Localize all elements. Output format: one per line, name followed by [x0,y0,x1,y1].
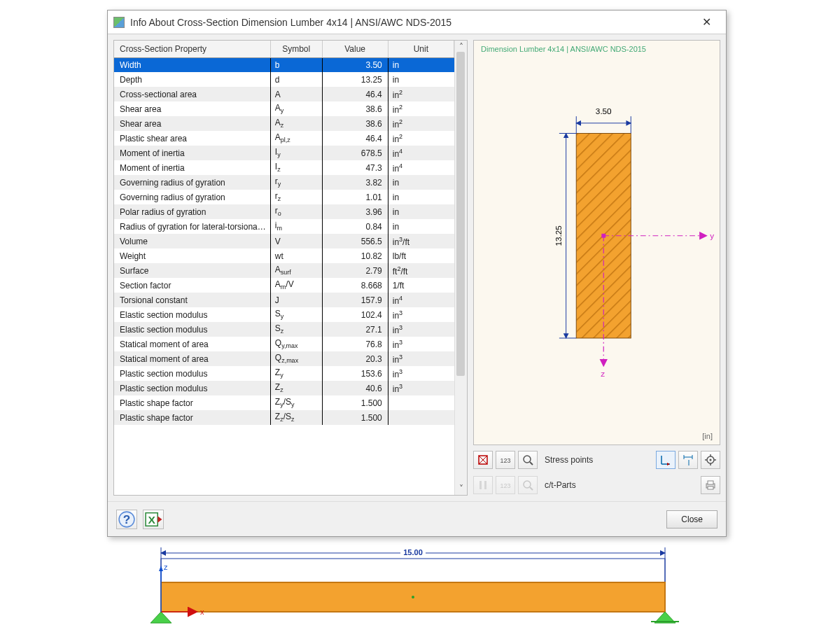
dimensions-toggle-button[interactable] [678,451,698,469]
print-preview-button[interactable] [701,476,720,494]
ct-parts-show-button [473,476,493,494]
properties-table[interactable]: Cross-Section Property Symbol Value Unit… [114,41,454,425]
symbol-cell: Az [270,116,322,131]
property-cell: Moment of inertia [114,160,270,175]
unit-cell: in4 [388,293,454,307]
unit-cell: in4 [388,146,454,160]
unit-cell [388,396,454,410]
table-row[interactable]: Plastic shape factorZz/Sz1.500 [114,410,454,425]
close-icon[interactable]: ✕ [692,13,720,32]
svg-line-17 [530,462,533,465]
symbol-cell: Iz [270,160,322,175]
table-row[interactable]: Section factorAm/V8.6681/ft [114,278,454,293]
table-row[interactable]: Statical moment of areaQz,max20.3in3 [114,351,454,366]
property-cell: Shear area [114,116,270,131]
stress-points-details-button[interactable] [518,451,538,469]
table-row[interactable]: Plastic section modulusZz40.6in3 [114,381,454,396]
close-button[interactable]: Close [666,510,718,528]
table-row[interactable]: Plastic shape factorZy/Sy1.500 [114,396,454,410]
property-cell: Governing radius of gyration [114,190,270,204]
header-value[interactable]: Value [322,41,388,57]
properties-scrollbar[interactable]: ˄ ˅ [454,41,467,495]
symbol-cell: Zy [270,366,322,381]
symbol-cell: Qz,max [270,351,322,366]
svg-point-16 [524,456,531,463]
stress-points-show-button[interactable] [473,451,493,469]
table-row[interactable]: Moment of inertiaIy678.5in4 [114,146,454,160]
property-cell: Polar radius of gyration [114,204,270,219]
svg-point-56 [412,596,414,598]
export-excel-button[interactable]: X [143,510,164,529]
header-symbol[interactable]: Symbol [270,41,322,57]
beam-x-axis: x [200,608,204,616]
header-property[interactable]: Cross-Section Property [114,41,270,57]
preview-settings-button[interactable] [701,451,720,469]
unit-cell: ft2/ft [388,263,454,278]
svg-line-35 [530,487,533,490]
help-button[interactable]: ? [116,510,137,529]
table-row[interactable]: Cross-sectional areaA46.4in2 [114,87,454,102]
svg-marker-20 [667,463,670,465]
axes-xy-button[interactable] [656,451,676,469]
property-cell: Volume [114,234,270,248]
table-row[interactable]: Shear areaAz38.6in2 [114,116,454,131]
value-cell: 678.5 [322,146,388,160]
table-row[interactable]: Moment of inertiaIz47.3in4 [114,160,454,175]
svg-text:123: 123 [500,482,510,489]
beam-diagram: 15.00 x z [147,546,679,623]
table-row[interactable]: Plastic shear areaApl,z46.4in2 [114,131,454,146]
symbol-cell: Ay [270,102,322,116]
symbol-cell: Zz [270,381,322,396]
table-row[interactable]: Widthb3.50in [114,57,454,72]
symbol-cell: J [270,293,322,307]
value-cell: 1.500 [322,410,388,425]
unit-cell [388,410,454,425]
value-cell: 76.8 [322,337,388,351]
svg-point-34 [524,481,531,488]
symbol-cell: Am/V [270,278,322,293]
table-row[interactable]: Torsional constantJ157.9in4 [114,293,454,307]
symbol-cell: rz [270,190,322,204]
table-row[interactable]: Plastic section modulusZy153.6in3 [114,366,454,381]
svg-text:?: ? [123,513,130,526]
ct-parts-numbers-button: 123 [496,476,515,494]
unit-cell: in3 [388,381,454,396]
value-cell: 46.4 [322,131,388,146]
scroll-up-icon[interactable]: ˄ [456,42,466,52]
value-cell: 1.01 [322,190,388,204]
properties-panel: Cross-Section Property Symbol Value Unit… [113,40,468,496]
table-row[interactable]: Shear areaAy38.6in2 [114,102,454,116]
table-row[interactable]: Radius of gyration for lateral-torsional… [114,219,454,234]
table-row[interactable]: Statical moment of areaQy,max76.8in3 [114,337,454,351]
table-row[interactable]: Polar radius of gyrationro3.96in [114,204,454,219]
titlebar: Info About Cross-Section Dimension Lumbe… [108,10,726,34]
table-row[interactable]: Weightwt10.82lb/ft [114,248,454,263]
table-row[interactable]: Elastic section modulusSy102.4in3 [114,307,454,322]
preview-z-axis: z [601,369,605,378]
svg-rect-11 [601,234,606,238]
scroll-thumb[interactable] [456,52,465,376]
svg-rect-31 [479,481,482,489]
symbol-cell: Iy [270,146,322,160]
table-row[interactable]: Elastic section modulusSz27.1in3 [114,322,454,337]
value-cell: 47.3 [322,160,388,175]
symbol-cell: im [270,219,322,234]
value-cell: 2.79 [322,263,388,278]
window-title: Info About Cross-Section Dimension Lumbe… [130,17,692,28]
stress-points-numbers-button[interactable]: 123 [496,451,515,469]
cross-section-preview[interactable]: Dimension Lumber 4x14 | ANSI/AWC NDS-201… [473,40,720,445]
svg-rect-32 [484,481,486,489]
scroll-down-icon[interactable]: ˅ [456,484,466,493]
table-row[interactable]: VolumeV556.5in3/ft [114,234,454,248]
unit-cell: in2 [388,102,454,116]
table-row[interactable]: Depthd13.25in [114,72,454,87]
property-cell: Plastic section modulus [114,366,270,381]
table-row[interactable]: SurfaceAsurf2.79ft2/ft [114,263,454,278]
unit-cell: in3 [388,337,454,351]
header-unit[interactable]: Unit [388,41,454,57]
app-icon [113,17,125,28]
table-row[interactable]: Governing radius of gyrationry3.82in [114,175,454,190]
value-cell: 1.500 [322,396,388,410]
table-row[interactable]: Governing radius of gyrationrz1.01in [114,190,454,204]
property-cell: Plastic section modulus [114,381,270,396]
